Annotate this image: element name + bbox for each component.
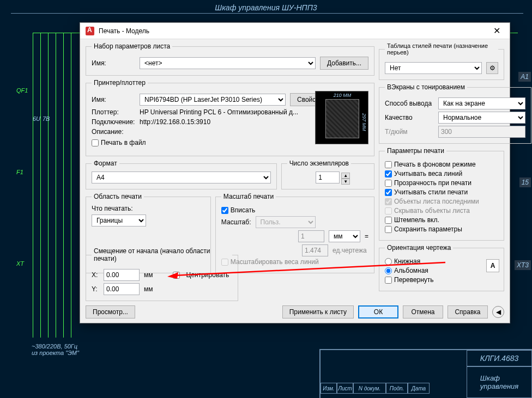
copies-group: Число экземпляров ▲▼ bbox=[281, 160, 374, 189]
help-button[interactable]: Справка bbox=[448, 305, 488, 319]
paper-format-group: Формат A4 bbox=[86, 160, 277, 189]
center-check[interactable] bbox=[173, 272, 180, 279]
stamp-check[interactable] bbox=[385, 217, 392, 224]
shade-quality-select[interactable]: Нормальное bbox=[438, 112, 525, 124]
plot-scale-group: Масштаб печати Вписать Масштаб:Польз. мм… bbox=[215, 193, 374, 273]
dpi-input bbox=[438, 126, 525, 138]
printer-select[interactable]: NPI6794BD (HP LaserJet P3010 Series) bbox=[140, 94, 286, 106]
page-setup-group: Набор параметров листа Имя: <нет> Добави… bbox=[86, 42, 374, 76]
save-check[interactable] bbox=[385, 226, 392, 233]
offset-group: Смещение от начала (начало области печат… bbox=[86, 247, 238, 301]
printer-group: Принтер/плоттер Имя: NPI6794BD (HP Laser… bbox=[86, 79, 374, 156]
paper-format-select[interactable]: A4 bbox=[92, 172, 271, 183]
cancel-button[interactable]: Отмена bbox=[403, 305, 443, 319]
flip-check[interactable] bbox=[385, 277, 392, 284]
offset-x-input[interactable] bbox=[104, 269, 140, 281]
ok-button[interactable]: ОК bbox=[358, 305, 398, 319]
page-setup-select[interactable]: <нет> bbox=[140, 57, 316, 69]
paper-preview: 210 MM 297 MM bbox=[315, 91, 368, 144]
plotstyle-select[interactable]: Нет bbox=[385, 62, 482, 74]
bg-check[interactable] bbox=[385, 161, 392, 168]
copies-input[interactable] bbox=[316, 172, 340, 183]
ps-check[interactable] bbox=[385, 189, 392, 196]
app-icon bbox=[86, 27, 94, 35]
dialog-title: Печать - Модель bbox=[99, 27, 485, 35]
hide-check bbox=[385, 207, 392, 215]
plot-dialog: Печать - Модель ✕ Набор параметров листа… bbox=[80, 22, 510, 323]
plot-what-select[interactable]: Границы bbox=[92, 215, 146, 226]
shade-group: ВЭкраны с тонированием Способ выводаКак … bbox=[379, 83, 531, 144]
copies-up[interactable]: ▲ bbox=[341, 173, 350, 179]
scale-select: Польз. bbox=[256, 216, 316, 228]
apply-button[interactable]: Применить к листу bbox=[282, 305, 354, 319]
drawing-title: Шкаф управления ШУ-НПП3 bbox=[215, 3, 317, 12]
scale-b-input bbox=[302, 244, 328, 256]
portrait-radio[interactable] bbox=[385, 258, 392, 265]
titlebar[interactable]: Печать - Модель ✕ bbox=[80, 23, 510, 39]
plot-options-group: Параметры печати Печать в фоновом режиме… bbox=[379, 147, 504, 241]
scale-a-input bbox=[298, 230, 324, 242]
plotstyle-edit-button[interactable]: ⚙ bbox=[486, 62, 498, 74]
landscape-radio[interactable] bbox=[385, 267, 392, 274]
tr-check[interactable] bbox=[385, 180, 392, 187]
close-icon[interactable]: ✕ bbox=[485, 23, 509, 39]
copies-down[interactable]: ▼ bbox=[341, 179, 350, 185]
fit-check[interactable] bbox=[221, 207, 228, 214]
shade-mode-select[interactable]: Как на экране bbox=[438, 97, 525, 109]
plot-to-file-check[interactable] bbox=[92, 139, 99, 146]
plotstyle-group: Таблица стилей печати (назначение перьев… bbox=[379, 42, 504, 80]
orientation-group: Ориентация чертежа Книжная Альбомная Пер… bbox=[379, 244, 504, 291]
lw-check[interactable] bbox=[385, 170, 392, 177]
orientation-icon: A bbox=[486, 259, 499, 272]
last-check bbox=[385, 198, 392, 205]
expand-button[interactable]: ◀ bbox=[492, 306, 504, 318]
cad-titleblock: КЛГИ.4683 Шкаф управления Изм. Лист N до… bbox=[319, 349, 532, 398]
unit-select[interactable]: мм bbox=[329, 230, 360, 242]
add-pageset-button[interactable]: Добавить... bbox=[320, 57, 368, 70]
offset-y-input[interactable] bbox=[104, 283, 140, 295]
preview-button[interactable]: Просмотр... bbox=[86, 305, 135, 319]
